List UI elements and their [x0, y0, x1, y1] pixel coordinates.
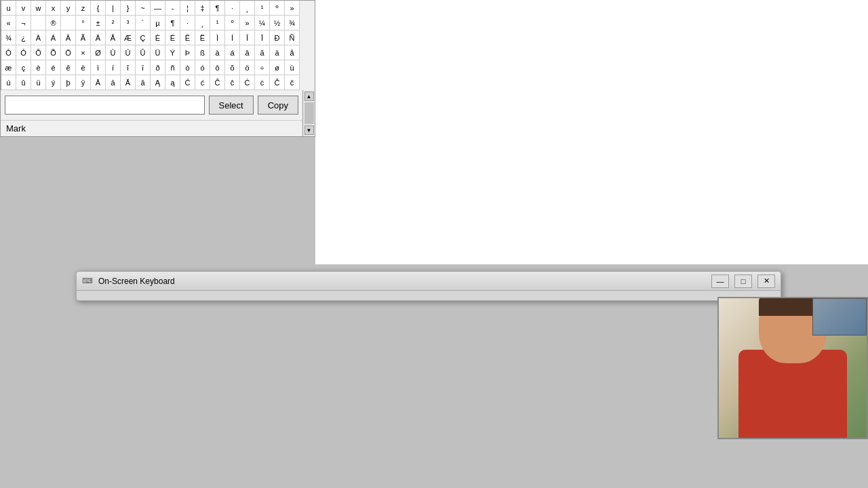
char-cell[interactable]: {	[91, 1, 106, 16]
char-cell[interactable]: Ú	[121, 45, 136, 60]
char-cell[interactable]: º	[270, 1, 285, 16]
char-cell[interactable]: Â	[61, 30, 76, 45]
char-cell[interactable]: x	[46, 1, 61, 16]
char-cell[interactable]: ¾	[1, 30, 16, 45]
char-cell[interactable]: y	[61, 1, 76, 16]
char-cell[interactable]: ô	[210, 60, 225, 75]
char-cell[interactable]: Ô	[31, 45, 46, 60]
char-cell[interactable]: Ò	[1, 45, 16, 60]
char-cell[interactable]: ö	[240, 60, 255, 75]
char-cell[interactable]: û	[16, 75, 31, 90]
char-cell[interactable]: č	[285, 75, 300, 90]
char-cell[interactable]: ÿ	[76, 75, 91, 90]
char-cell[interactable]: ¦	[180, 1, 195, 16]
char-cell[interactable]: È	[151, 30, 165, 45]
char-cell[interactable]: À	[31, 30, 46, 45]
char-cell[interactable]: ą	[165, 75, 180, 90]
char-cell[interactable]: Þ	[180, 45, 195, 60]
char-cell[interactable]: ç	[16, 60, 31, 75]
char-cell[interactable]: ·	[180, 16, 195, 30]
char-cell[interactable]: ¶	[165, 16, 180, 30]
char-cell[interactable]: ð	[151, 60, 165, 75]
char-cell[interactable]: é	[46, 60, 61, 75]
char-cell[interactable]: î	[121, 60, 136, 75]
char-cell[interactable]: Í	[225, 30, 240, 45]
char-cell[interactable]: ¸	[195, 16, 210, 30]
char-cell[interactable]: °	[76, 16, 91, 30]
char-cell[interactable]: Å	[106, 30, 121, 45]
char-cell[interactable]: ĉ	[225, 75, 240, 90]
char-cell[interactable]: ¸	[240, 1, 255, 16]
char-cell[interactable]: Ċ	[240, 75, 255, 90]
char-cell[interactable]: ó	[195, 60, 210, 75]
char-cell[interactable]: ®	[46, 16, 61, 30]
char-cell[interactable]: Ā	[91, 75, 106, 90]
char-cell[interactable]: Á	[46, 30, 61, 45]
char-cell[interactable]: ‡	[195, 1, 210, 16]
char-cell[interactable]: ×	[76, 45, 91, 60]
osk-close-button[interactable]: ✕	[757, 274, 775, 288]
char-cell[interactable]: u	[1, 1, 16, 16]
char-cell[interactable]: â	[240, 45, 255, 60]
char-cell[interactable]: ã	[255, 45, 270, 60]
char-cell[interactable]: Ó	[16, 45, 31, 60]
char-cell[interactable]: z	[76, 1, 91, 16]
char-cell[interactable]: Ë	[195, 30, 210, 45]
char-cell[interactable]: ­	[31, 16, 46, 30]
char-cell[interactable]: º	[225, 16, 240, 30]
char-cell[interactable]: Č	[270, 75, 285, 90]
char-cell[interactable]: ċ	[255, 75, 270, 90]
char-cell[interactable]: Ç	[136, 30, 151, 45]
char-cell[interactable]: ú	[1, 75, 16, 90]
char-cell[interactable]: æ	[1, 60, 16, 75]
char-cell[interactable]: ½	[270, 16, 285, 30]
char-cell[interactable]: Ø	[91, 45, 106, 60]
char-cell[interactable]: }	[121, 1, 136, 16]
char-cell[interactable]: »	[240, 16, 255, 30]
char-cell[interactable]: è	[31, 60, 46, 75]
char-cell[interactable]: ¿	[16, 30, 31, 45]
char-cell[interactable]: ¹	[210, 16, 225, 30]
char-cell[interactable]: ²	[106, 16, 121, 30]
char-cell[interactable]: Ĉ	[210, 75, 225, 90]
char-cell[interactable]: ë	[76, 60, 91, 75]
char-cell[interactable]: Ð	[270, 30, 285, 45]
char-cell[interactable]: ø	[270, 60, 285, 75]
char-cell[interactable]: þ	[61, 75, 76, 90]
char-cell[interactable]: Ã	[76, 30, 91, 45]
char-cell[interactable]: õ	[225, 60, 240, 75]
char-cell[interactable]: Ą	[151, 75, 165, 90]
char-cell[interactable]: w	[31, 1, 46, 16]
char-cell[interactable]: µ	[151, 16, 165, 30]
char-cell[interactable]: ±	[91, 16, 106, 30]
char-cell[interactable]: ñ	[165, 60, 180, 75]
char-cell[interactable]: à	[210, 45, 225, 60]
char-cell[interactable]: ¹	[255, 1, 270, 16]
char-cell[interactable]: ¬	[16, 16, 31, 30]
char-cell[interactable]: ï	[136, 60, 151, 75]
char-cell[interactable]: ì	[91, 60, 106, 75]
char-cell[interactable]: Ö	[61, 45, 76, 60]
char-cell[interactable]: Ì	[210, 30, 225, 45]
copy-button[interactable]: Copy	[258, 96, 298, 115]
char-cell[interactable]: Î	[240, 30, 255, 45]
char-cell[interactable]: ·	[225, 1, 240, 16]
char-cell[interactable]: ä	[270, 45, 285, 60]
char-cell[interactable]: í	[106, 60, 121, 75]
char-cell[interactable]: å	[285, 45, 300, 60]
char-cell[interactable]: ù	[285, 60, 300, 75]
char-cell[interactable]: Ê	[180, 30, 195, 45]
char-cell[interactable]: »	[285, 1, 300, 16]
char-cell[interactable]: ¶	[210, 1, 225, 16]
char-cell[interactable]: ÷	[255, 60, 270, 75]
char-cell[interactable]	[61, 16, 76, 30]
char-cell[interactable]: ‑	[165, 1, 180, 16]
char-cell[interactable]: É	[165, 30, 180, 45]
char-cell[interactable]: Ù	[106, 45, 121, 60]
char-cell[interactable]: ³	[121, 16, 136, 30]
char-cell[interactable]: ć	[195, 75, 210, 90]
char-cell[interactable]: ă	[136, 75, 151, 90]
scroll-up-arrow[interactable]: ▲	[304, 92, 314, 101]
scrollbar[interactable]: ▲ ▼	[302, 90, 315, 136]
scroll-down-arrow[interactable]: ▼	[304, 125, 314, 135]
